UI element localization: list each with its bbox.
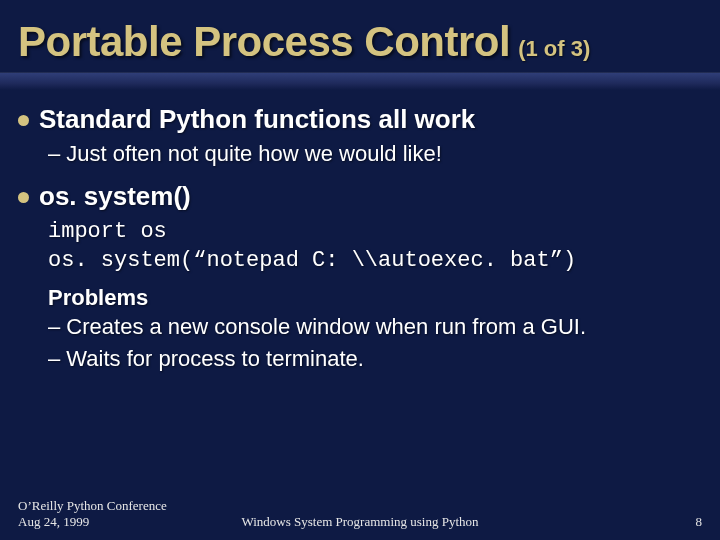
title-row: Portable Process Control (1 of 3) <box>18 18 702 66</box>
bullet-1: Standard Python functions all work <box>18 104 702 135</box>
code-line-1: import os <box>48 218 702 247</box>
slide: Portable Process Control (1 of 3) Standa… <box>0 0 720 540</box>
footer-date: Aug 24, 1999 <box>18 514 167 530</box>
bullet-1-text: Standard Python functions all work <box>39 104 475 135</box>
slide-count: (1 of 3) <box>518 36 590 62</box>
bullet-icon <box>18 115 29 126</box>
bullet-icon <box>18 192 29 203</box>
bullet-1-sub-1: – Just often not quite how we would like… <box>48 141 702 167</box>
footer-conference: O’Reilly Python Conference <box>18 498 167 514</box>
footer: O’Reilly Python Conference Aug 24, 1999 … <box>18 498 702 531</box>
bullet-2: os. system() <box>18 181 702 212</box>
footer-left: O’Reilly Python Conference Aug 24, 1999 <box>18 498 167 531</box>
content-area: Standard Python functions all work – Jus… <box>18 104 702 540</box>
page-number: 8 <box>696 514 703 530</box>
title-divider <box>0 72 720 90</box>
problem-item-1: – Creates a new console window when run … <box>48 313 702 341</box>
problems-heading: Problems <box>48 285 702 311</box>
bullet-2-text: os. system() <box>39 181 191 212</box>
footer-center: Windows System Programming using Python <box>241 514 478 530</box>
code-line-2: os. system(“notepad C: \\autoexec. bat”) <box>48 247 702 276</box>
slide-title: Portable Process Control <box>18 18 510 66</box>
problem-item-2: – Waits for process to terminate. <box>48 345 702 373</box>
code-block: import os os. system(“notepad C: \\autoe… <box>48 218 702 275</box>
